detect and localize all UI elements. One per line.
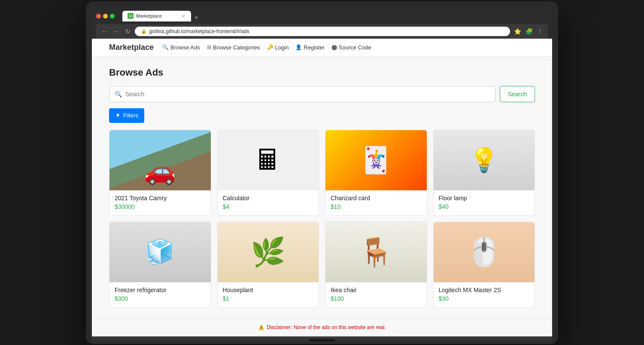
- forward-button[interactable]: →: [112, 27, 121, 36]
- ad-card-calculator[interactable]: Calculator $4: [217, 130, 319, 216]
- search-bar-container: 🔍 Search: [109, 86, 535, 102]
- ad-image-camry: [109, 130, 211, 190]
- close-window-button[interactable]: [96, 14, 101, 18]
- tab-favicon: M: [128, 13, 134, 19]
- search-icon: 🔍: [115, 91, 122, 98]
- ad-card-charizard[interactable]: Charizard card $10: [325, 130, 427, 216]
- filter-icon: ▼: [115, 112, 121, 119]
- ad-image-freezer: [109, 222, 211, 282]
- nav-register[interactable]: 👤 Register: [295, 44, 324, 51]
- maximize-window-button[interactable]: [110, 14, 115, 18]
- ad-price-ikeachair: $100: [331, 295, 422, 302]
- ad-title-camry: 2021 Toyota Camry: [115, 195, 206, 202]
- site-nav: Marketplace 🔍 Browse Ads ⊞ Browse Catego…: [92, 39, 552, 57]
- site-logo[interactable]: Marketplace: [109, 43, 154, 52]
- site-footer: ⚠️ Disclaimer: None of the ads on this w…: [92, 318, 552, 336]
- ad-info-calculator: Calculator $4: [218, 190, 319, 215]
- page-content: Marketplace 🔍 Browse Ads ⊞ Browse Catego…: [92, 39, 552, 336]
- ad-price-charizard: $10: [331, 203, 422, 210]
- ad-info-houseplant: Houseplant $1: [218, 282, 319, 307]
- ad-image-mouse: [434, 222, 535, 282]
- laptop-base: [92, 336, 552, 344]
- ads-grid: 2021 Toyota Camry $30000 Calculator $4: [109, 130, 535, 308]
- extensions-icon[interactable]: 🧩: [524, 27, 534, 36]
- ad-info-mouse: Logitech MX Master 2S $30: [434, 282, 535, 307]
- address-bar[interactable]: 🔒 jpolina.github.io/marketplace-frontend…: [135, 27, 510, 36]
- search-input-wrapper: 🔍: [109, 86, 495, 102]
- ad-image-calculator: [218, 130, 319, 190]
- bookmark-icon[interactable]: ⭐: [513, 27, 522, 36]
- browser-chrome: M Marketplace × + ← → ↻ 🔒 jpolina.github…: [92, 7, 552, 39]
- ad-title-mouse: Logitech MX Master 2S: [439, 287, 530, 293]
- ad-info-camry: 2021 Toyota Camry $30000: [109, 190, 211, 215]
- warning-icon: ⚠️: [258, 324, 264, 330]
- ad-title-freezer: Freezer refrigerator: [115, 287, 206, 293]
- ad-price-calculator: $4: [223, 203, 314, 210]
- main-content: Browse Ads 🔍 Search ▼ Filters: [92, 57, 552, 318]
- search-button[interactable]: Search: [500, 86, 535, 102]
- menu-icon[interactable]: ⋮: [536, 27, 544, 36]
- new-tab-button[interactable]: +: [191, 14, 202, 21]
- nav-links: 🔍 Browse Ads ⊞ Browse Categories 🔑 Login…: [162, 44, 371, 51]
- minimize-window-button[interactable]: [103, 14, 108, 18]
- grid-nav-icon: ⊞: [207, 44, 211, 50]
- ad-card-mouse[interactable]: Logitech MX Master 2S $30: [433, 222, 535, 308]
- ad-info-floorlamp: Floor lamp $40: [434, 190, 535, 215]
- ad-title-charizard: Charizard card: [331, 195, 422, 202]
- refresh-button[interactable]: ↻: [124, 27, 132, 36]
- ad-card-freezer[interactable]: Freezer refrigerator $300: [109, 222, 211, 308]
- user-nav-icon: 👤: [295, 44, 302, 50]
- page-title: Browse Ads: [109, 67, 535, 78]
- tab-close-button[interactable]: ×: [181, 13, 186, 19]
- lock-icon: 🔒: [141, 28, 147, 34]
- ad-info-charizard: Charizard card $10: [325, 190, 427, 215]
- laptop-frame: M Marketplace × + ← → ↻ 🔒 jpolina.github…: [86, 1, 558, 344]
- ad-image-houseplant: [218, 222, 319, 282]
- back-button[interactable]: ←: [100, 27, 109, 36]
- ad-card-ikeachair[interactable]: Ikea chair $100: [325, 222, 427, 308]
- traffic-lights: [96, 14, 115, 18]
- ad-card-camry[interactable]: 2021 Toyota Camry $30000: [109, 130, 211, 216]
- ad-image-ikeachair: [325, 222, 427, 282]
- browser-actions: ⭐ 🧩 ⋮: [513, 27, 544, 36]
- ad-card-houseplant[interactable]: Houseplant $1: [217, 222, 319, 308]
- login-nav-icon: 🔑: [267, 44, 273, 50]
- github-nav-icon: ⬤: [331, 44, 337, 50]
- ad-image-floorlamp: [434, 130, 535, 190]
- search-nav-icon: 🔍: [162, 44, 169, 50]
- ad-title-calculator: Calculator: [223, 195, 314, 202]
- nav-source-code[interactable]: ⬤ Source Code: [331, 44, 371, 51]
- laptop-screen: M Marketplace × + ← → ↻ 🔒 jpolina.github…: [92, 7, 552, 336]
- nav-browse-categories[interactable]: ⊞ Browse Categories: [207, 44, 260, 51]
- ad-title-houseplant: Houseplant: [223, 287, 314, 293]
- nav-browse-ads[interactable]: 🔍 Browse Ads: [162, 44, 200, 51]
- laptop-notch: [309, 339, 335, 342]
- ad-card-floorlamp[interactable]: Floor lamp $40: [433, 130, 535, 216]
- filters-button[interactable]: ▼ Filters: [109, 108, 144, 123]
- ad-info-ikeachair: Ikea chair $100: [325, 282, 427, 307]
- footer-disclaimer: ⚠️ Disclaimer: None of the ads on this w…: [98, 324, 546, 330]
- ad-price-houseplant: $1: [223, 295, 314, 302]
- ad-title-ikeachair: Ikea chair: [331, 287, 422, 293]
- tab-title: Marketplace: [136, 13, 178, 18]
- ad-price-floorlamp: $40: [439, 203, 530, 210]
- nav-login[interactable]: 🔑 Login: [267, 44, 289, 51]
- ad-image-charizard: [325, 130, 427, 190]
- ad-price-freezer: $300: [115, 295, 206, 302]
- browser-tab-active[interactable]: M Marketplace ×: [122, 11, 191, 21]
- ad-price-mouse: $30: [439, 295, 530, 302]
- browser-toolbar: ← → ↻ 🔒 jpolina.github.io/marketplace-fr…: [96, 24, 548, 39]
- browser-titlebar: M Marketplace × +: [96, 11, 548, 21]
- address-text: jpolina.github.io/marketplace-frontend/#…: [149, 28, 249, 34]
- ad-title-floorlamp: Floor lamp: [439, 195, 530, 202]
- tab-bar: M Marketplace × +: [122, 11, 548, 21]
- ad-info-freezer: Freezer refrigerator $300: [109, 282, 211, 307]
- ad-price-camry: $30000: [115, 203, 206, 210]
- search-input[interactable]: [125, 91, 490, 98]
